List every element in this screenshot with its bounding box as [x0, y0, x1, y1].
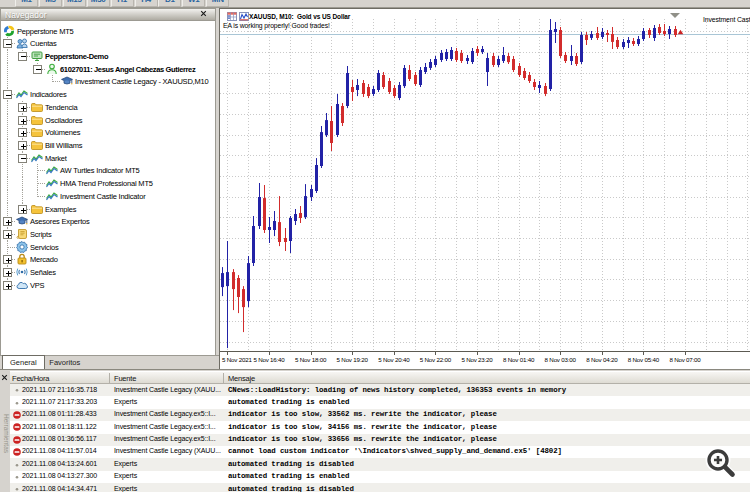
journal-source: Investment Castle Legacy (XAUU... [114, 386, 221, 393]
tree-item-cuentas[interactable]: Cuentas [1, 37, 216, 50]
journal-column-header[interactable]: Fecha/Hora [12, 374, 49, 383]
toolbox-close-icon[interactable] [1, 374, 10, 383]
tree-item-pepperstone-demo[interactable]: Pepperstone-Demo [1, 50, 216, 63]
expand-box[interactable] [3, 255, 12, 264]
indicator-icon [46, 190, 59, 203]
tree-item-market[interactable]: Market [1, 152, 216, 165]
tree-item-indicadores[interactable]: Indicadores [1, 88, 216, 101]
tree-item-se-ales[interactable]: Señales [1, 266, 216, 279]
journal-message: indicator is too slow, 33656 ms. rewrite… [228, 435, 497, 443]
nav-tab-favoritos[interactable]: Favoritos [42, 356, 87, 369]
tree-item-servicios[interactable]: Servicios [1, 241, 216, 254]
expand-box[interactable] [3, 281, 12, 290]
timeframe-button-h4[interactable]: H4 [135, 0, 158, 7]
tree-item-label: Market [45, 154, 67, 163]
timeframe-button-m5[interactable]: M5 [39, 0, 62, 7]
tree-connector-stub [38, 196, 45, 197]
tree-item-osciladores[interactable]: Osciladores [1, 114, 216, 127]
tree-item-bill-williams[interactable]: Bill Williams [1, 139, 216, 152]
tree-item-label: Servicios [30, 243, 59, 252]
journal-time: 2021.11.08 01:36:56.117 [22, 435, 97, 442]
tree-item-label: Scripts [30, 230, 52, 239]
column-separator[interactable] [109, 373, 110, 383]
journal-row[interactable]: 2021.11.08 01:11:28.433Investment Castle… [10, 409, 750, 421]
tree-item-vps[interactable]: VPS [1, 279, 216, 292]
journal-column-header[interactable]: Mensaje [228, 374, 255, 383]
journal-row[interactable]: 2021.11.08 01:18:11.122Investment Castle… [10, 421, 750, 433]
journal-row[interactable]: 2021.11.07 21:16:35.718Investment Castle… [10, 384, 750, 396]
tree-connector-line [7, 50, 8, 63]
timeframe-button-m1[interactable]: M1 [15, 0, 38, 7]
tree-connector-line [7, 75, 8, 88]
tree-item-label: AW Turtles Indicator MT5 [60, 166, 140, 175]
tree-item-mercado[interactable]: Mercado [1, 253, 216, 266]
info-icon [13, 473, 21, 481]
journal-row[interactable]: 2021.11.08 04:11:57.014Investment Castle… [10, 446, 750, 458]
tree-item-tendencia[interactable]: Tendencia [1, 101, 216, 114]
info-icon [13, 461, 21, 469]
tree-item-asesores-expertos[interactable]: Asesores Expertos [1, 215, 216, 228]
journal-source: Investment Castle Legacy.ex5::I... [114, 435, 216, 442]
tree-item-examples[interactable]: Examples [1, 203, 216, 216]
timeframe-button-d1[interactable]: D1 [158, 0, 181, 7]
magnifier-zoom-icon[interactable] [704, 446, 742, 484]
chart-window[interactable]: XAUUSD, M10: Gold vs US Dollar EA is wor… [219, 8, 750, 369]
time-axis-label: 5 Nov 18:00 [295, 356, 326, 363]
collapse-box[interactable] [18, 154, 27, 163]
journal-row[interactable]: 2021.11.08 04:14:34.471Expertsautomated … [10, 483, 750, 492]
journal-row[interactable]: 2021.11.08 04:13:24.601Expertsautomated … [10, 458, 750, 470]
toolbox-side-strip: Herramientas [0, 370, 10, 492]
expand-box[interactable] [18, 205, 27, 214]
tree-item-label: Examples [45, 205, 76, 214]
expand-box[interactable] [18, 116, 27, 125]
collapse-box[interactable] [18, 52, 27, 61]
tree-item-vol-menes[interactable]: Volúmenes [1, 126, 216, 139]
expand-box[interactable] [18, 103, 27, 112]
timeframe-button-w1[interactable]: W1 [182, 0, 205, 7]
expand-box[interactable] [3, 217, 12, 226]
expand-box[interactable] [18, 128, 27, 137]
chart-canvas[interactable] [220, 9, 750, 369]
tree-item-61027011-jesus-angel-cabezas-gutierrez[interactable]: 61027011: Jesus Angel Cabezas Gutierrez [1, 63, 216, 76]
journal-row[interactable]: 2021.11.07 21:17:33.203Expertsautomated … [10, 396, 750, 408]
expert-icon [61, 75, 74, 88]
tree-item-pepperstone-mt5[interactable]: Pepperstone MT5 [1, 25, 216, 38]
tree-item-hma-trend-professional-mt5[interactable]: HMA Trend Professional MT5 [1, 177, 216, 190]
timeframe-button-h1[interactable]: H1 [111, 0, 134, 7]
expand-box[interactable] [3, 230, 12, 239]
timeframe-button-mn[interactable]: MN [206, 0, 229, 7]
journal-time: 2021.11.07 21:17:33.203 [22, 398, 97, 405]
tree-item-label: HMA Trend Professional MT5 [60, 179, 153, 188]
tree-item-label: Mercado [30, 255, 58, 264]
chart-title: XAUUSD, M10: Gold vs US Dollar [249, 13, 350, 20]
error-icon [13, 423, 21, 431]
tree-item-scripts[interactable]: Scripts [1, 228, 216, 241]
collapse-box[interactable] [3, 90, 12, 99]
timeframe-button-m30[interactable]: M30 [87, 0, 110, 7]
info-icon [13, 399, 21, 407]
collapse-box[interactable] [33, 65, 42, 74]
navigator-close-icon[interactable] [200, 10, 211, 21]
journal-column-header[interactable]: Fuente [114, 374, 136, 383]
tree-connector-stub [8, 247, 15, 248]
expand-box[interactable] [3, 268, 12, 277]
tree-item-aw-turtles-indicator-mt5[interactable]: AW Turtles Indicator MT5 [1, 164, 216, 177]
server-icon [31, 50, 44, 63]
tree-connector-stub [53, 81, 60, 82]
collapse-box[interactable] [3, 39, 12, 48]
expand-box[interactable] [18, 141, 27, 150]
tree-item-investment-castle-indicator[interactable]: Investment Castle Indicator [1, 190, 216, 203]
journal-message: automated trading is disabled [228, 485, 354, 492]
toolbox-vertical-tab[interactable]: Herramientas [1, 414, 10, 453]
journal-row[interactable]: 2021.11.08 04:13:27.300Expertsautomated … [10, 471, 750, 483]
column-separator[interactable] [223, 373, 224, 383]
journal-message: indicator is too slow, 34156 ms. rewrite… [228, 423, 497, 431]
time-axis-label: 8 Nov 03:00 [545, 356, 576, 363]
timeframe-button-m15[interactable]: M15 [63, 0, 86, 7]
nav-tab-general[interactable]: General [2, 355, 45, 369]
tree-item-investment-castle-legacy-xauusd-m10[interactable]: Investment Castle Legacy - XAUUSD,M10 [1, 75, 216, 88]
journal-row[interactable]: 2021.11.08 01:36:56.117Investment Castle… [10, 434, 750, 446]
time-axis-label: 5 Nov 16:40 [253, 356, 284, 363]
journal-rows: 2021.11.07 21:16:35.718Investment Castle… [10, 384, 750, 492]
tree-connector-line [7, 63, 8, 76]
